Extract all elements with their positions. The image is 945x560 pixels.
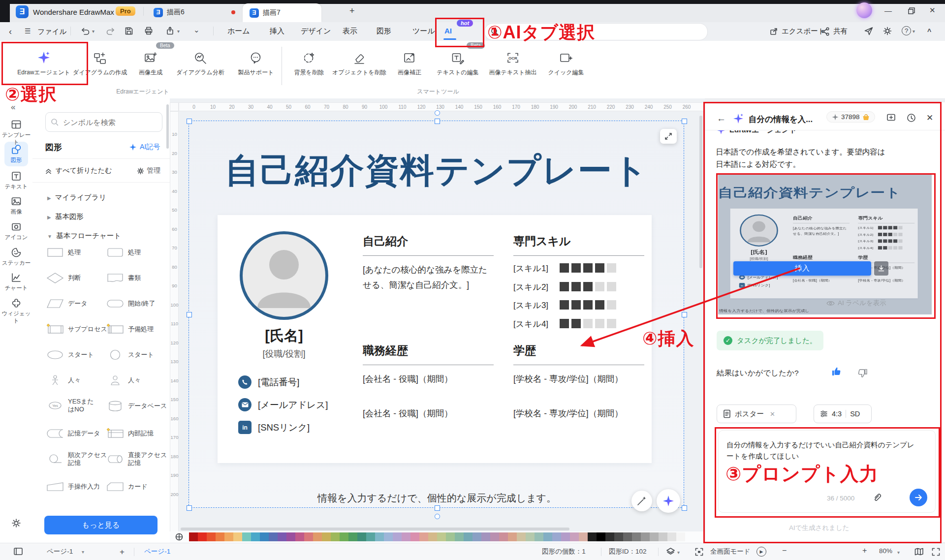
file-menu[interactable]: ファイル: [37, 27, 66, 36]
fit-screen-icon[interactable]: [932, 548, 940, 556]
shape-document[interactable]: 書類: [106, 272, 141, 284]
help-icon[interactable]: ?: [902, 26, 911, 35]
rail-settings-icon[interactable]: [11, 518, 22, 529]
sidebar-item-stickers[interactable]: ステッカー: [0, 247, 32, 267]
color-swatch[interactable]: [455, 532, 464, 541]
category-basic-shapes[interactable]: ▶基本図形: [47, 212, 84, 221]
color-swatch[interactable]: [322, 532, 331, 541]
sidebar-item-charts[interactable]: チャート: [0, 272, 32, 292]
help-dropdown[interactable]: ▾: [913, 29, 915, 34]
color-swatch[interactable]: [402, 532, 410, 541]
back-button[interactable]: ‹: [9, 27, 12, 37]
export-button[interactable]: エクスポート: [769, 27, 825, 36]
color-swatch[interactable]: [207, 532, 216, 541]
redo-button[interactable]: [105, 26, 116, 36]
chip-close-icon[interactable]: ✕: [770, 410, 775, 418]
layers-icon[interactable]: [666, 547, 675, 556]
color-swatch[interactable]: [428, 532, 437, 541]
close-button[interactable]: ✕: [929, 6, 936, 15]
color-swatch[interactable]: [499, 532, 508, 541]
add-page-button[interactable]: +: [120, 547, 125, 557]
panel-close-icon[interactable]: ✕: [926, 113, 933, 123]
shape-database[interactable]: データベース: [106, 400, 167, 412]
color-swatch[interactable]: [224, 532, 233, 541]
ai-label-toggle[interactable]: AI ラベルを表示: [826, 299, 886, 308]
shape-internal-storage[interactable]: 内部記憶: [106, 428, 154, 439]
selection-handle-e[interactable]: [682, 312, 687, 317]
color-swatch[interactable]: [472, 532, 481, 541]
panel-scrollbar[interactable]: [166, 104, 169, 149]
collapse-ribbon-icon[interactable]: ^: [927, 28, 931, 35]
shape-sequential-access[interactable]: 順次アクセス記憶: [46, 451, 109, 467]
color-swatch[interactable]: [278, 532, 286, 541]
color-swatch[interactable]: [357, 532, 366, 541]
color-swatch[interactable]: [464, 532, 472, 541]
sidebar-item-templates[interactable]: テンプレート: [0, 119, 32, 146]
color-swatch[interactable]: [251, 532, 260, 541]
shape-yes-no[interactable]: YesYESまたはNO: [46, 398, 98, 413]
color-swatch[interactable]: [597, 532, 605, 541]
quick-edit-button[interactable]: クイック編集: [529, 44, 603, 77]
color-swatch[interactable]: [667, 532, 676, 541]
selection-handle-s[interactable]: [435, 505, 440, 511]
selection-handle-n[interactable]: [435, 119, 440, 124]
tab-shape[interactable]: 図形: [377, 27, 391, 36]
shape-direct-access[interactable]: 直接アクセス記憶: [106, 451, 169, 467]
color-swatch[interactable]: [313, 532, 322, 541]
category-basic-flowchart[interactable]: ▼基本フローチャート: [47, 231, 121, 241]
color-swatch[interactable]: [552, 532, 561, 541]
color-swatch[interactable]: [650, 532, 659, 541]
tab-tools[interactable]: ツール: [412, 27, 435, 36]
tab-view[interactable]: 表示: [343, 27, 357, 36]
shape-data[interactable]: データ: [46, 298, 88, 310]
shape-start-end[interactable]: 開始/終了: [106, 298, 156, 310]
save-button[interactable]: [124, 26, 134, 36]
shape-start-circle[interactable]: スタート: [106, 349, 154, 361]
selection-handle-w[interactable]: [187, 312, 192, 317]
shape-decision[interactable]: 判断: [46, 272, 81, 284]
credits-badge[interactable]: 37898: [826, 111, 875, 123]
insert-button[interactable]: 挿入: [733, 261, 871, 276]
canvas-vscrollbar[interactable]: [699, 116, 702, 268]
manage-button[interactable]: 管理: [137, 166, 160, 175]
shape-stored-data[interactable]: 記憶データ: [46, 428, 100, 439]
rotation-handle[interactable]: [435, 110, 440, 116]
color-swatch[interactable]: [526, 532, 535, 541]
thumbs-up-button[interactable]: [831, 366, 842, 377]
share-out-button[interactable]: [165, 26, 175, 36]
symbol-search[interactable]: [45, 112, 162, 132]
shape-subprocess[interactable]: サブプロセス: [46, 323, 107, 335]
presentation-icon[interactable]: [14, 548, 23, 555]
color-swatch[interactable]: [242, 532, 251, 541]
see-more-button[interactable]: もっと見る: [44, 516, 158, 534]
color-swatch[interactable]: [588, 532, 597, 541]
sidebar-item-shapes[interactable]: 図形: [0, 144, 32, 164]
new-tab-button[interactable]: +: [349, 6, 355, 16]
color-swatch[interactable]: [641, 532, 650, 541]
download-button[interactable]: [874, 261, 888, 276]
color-swatch[interactable]: [543, 532, 552, 541]
minimize-button[interactable]: —: [884, 6, 892, 15]
canvas-page[interactable]: 自己紹介資料テンプレート [氏名] [役職/役割] [電話番号]: [189, 122, 684, 508]
color-swatch[interactable]: [614, 532, 623, 541]
color-swatch[interactable]: [410, 532, 419, 541]
color-swatch[interactable]: [269, 532, 278, 541]
color-swatch[interactable]: [304, 532, 313, 541]
attach-button[interactable]: [872, 493, 882, 502]
tab-insert[interactable]: 挿入: [270, 27, 284, 36]
selection-handle-nw[interactable]: [187, 119, 192, 124]
poster-chip[interactable]: ポスター ✕: [717, 404, 796, 423]
page-tab[interactable]: ページ-1: [144, 547, 170, 556]
send-feedback-icon[interactable]: [864, 26, 874, 36]
document-tab-2[interactable]: Ǝ 描画7: [243, 3, 321, 22]
shape-preparation[interactable]: 予備処理: [106, 323, 154, 335]
color-swatch[interactable]: [605, 532, 614, 541]
user-avatar[interactable]: [856, 2, 872, 18]
canvas-area[interactable]: 0102030405060708090100110120130140150160…: [170, 98, 705, 532]
color-swatch[interactable]: [490, 532, 499, 541]
tab-home[interactable]: ホーム: [227, 27, 250, 36]
selection-handle-ne[interactable]: [682, 119, 687, 124]
sidebar-item-icons[interactable]: アイコン: [0, 221, 32, 241]
print-button[interactable]: [144, 26, 154, 36]
shape-people[interactable]: 人々: [46, 374, 81, 386]
